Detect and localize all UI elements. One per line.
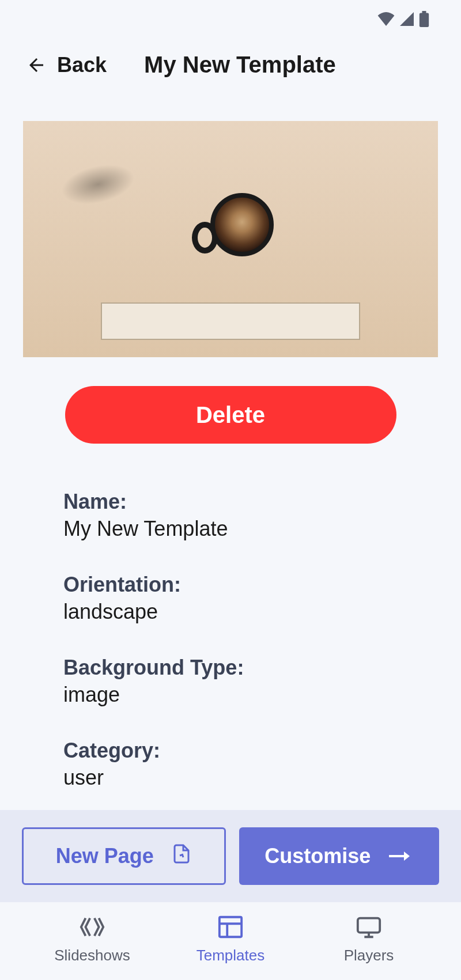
nav-players-label: Players — [344, 947, 394, 964]
svg-rect-1 — [422, 11, 426, 14]
bg-type-value: image — [63, 683, 398, 707]
details-section: Name: My New Template Orientation: lands… — [0, 444, 461, 790]
back-button[interactable]: Back — [26, 53, 107, 77]
orientation-value: landscape — [63, 600, 398, 624]
detail-bg-type: Background Type: image — [63, 656, 398, 707]
back-label: Back — [57, 53, 107, 77]
templates-icon — [216, 912, 245, 942]
decoration-cup — [205, 193, 279, 268]
preview-text-box — [101, 302, 360, 340]
delete-button[interactable]: Delete — [65, 386, 396, 444]
nav-slideshows-label: Slideshows — [54, 947, 130, 964]
decoration-shadow — [44, 161, 152, 207]
bottom-actions-bar: New Page Customise — [0, 810, 461, 902]
back-arrow-icon — [26, 55, 47, 75]
players-icon — [354, 912, 384, 942]
name-value: My New Template — [63, 517, 398, 541]
nav-players[interactable]: Players — [300, 912, 438, 964]
signal-icon — [399, 12, 414, 28]
new-page-button[interactable]: New Page — [22, 827, 226, 885]
svg-rect-0 — [420, 13, 429, 28]
detail-name: Name: My New Template — [63, 490, 398, 541]
status-bar — [0, 0, 461, 40]
orientation-label: Orientation: — [63, 573, 398, 597]
header-bar: Back My New Template — [0, 40, 461, 95]
wifi-icon — [377, 12, 395, 28]
svg-rect-2 — [220, 917, 241, 937]
nav-templates[interactable]: Templates — [161, 912, 300, 964]
bottom-nav: Slideshows Templates Players — [0, 902, 461, 980]
page-title: My New Template — [144, 52, 336, 78]
arrow-right-icon — [388, 844, 413, 868]
bg-type-label: Background Type: — [63, 656, 398, 680]
slideshows-icon — [77, 912, 107, 942]
category-label: Category: — [63, 739, 398, 763]
nav-templates-label: Templates — [197, 947, 265, 964]
svg-rect-5 — [358, 918, 380, 933]
new-page-label: New Page — [56, 844, 154, 868]
battery-icon — [419, 11, 429, 29]
detail-orientation: Orientation: landscape — [63, 573, 398, 624]
template-preview-image[interactable] — [23, 121, 438, 357]
name-label: Name: — [63, 490, 398, 514]
detail-category: Category: user — [63, 739, 398, 790]
customise-label: Customise — [264, 844, 371, 868]
new-page-icon — [171, 843, 192, 869]
nav-slideshows[interactable]: Slideshows — [23, 912, 161, 964]
delete-label: Delete — [196, 402, 265, 428]
category-value: user — [63, 766, 398, 790]
customise-button[interactable]: Customise — [239, 827, 440, 885]
